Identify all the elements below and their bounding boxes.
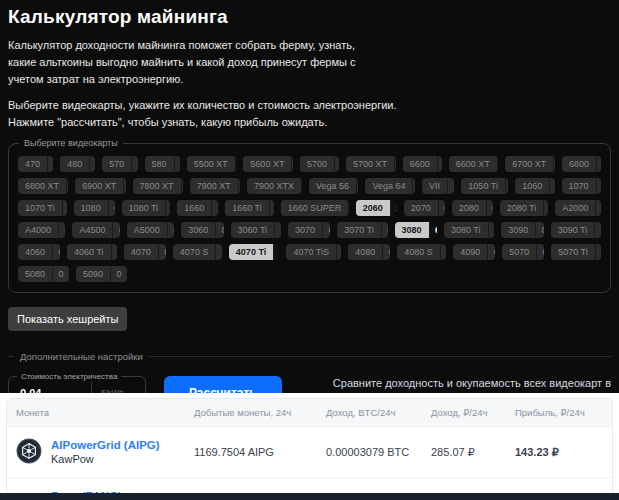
gpu-chip-a2000[interactable]: A20000: [555, 200, 601, 216]
gpu-chip-count[interactable]: 0: [215, 244, 221, 260]
gpu-chip-vega-64[interactable]: Vega 640: [365, 178, 415, 194]
gpu-chip-label[interactable]: 4080: [348, 244, 382, 260]
gpu-chip-label[interactable]: 1050 Ti: [461, 178, 505, 194]
gpu-chip-count[interactable]: 0: [108, 200, 115, 216]
gpu-chip-label[interactable]: 570: [102, 156, 131, 172]
gpu-chip-label[interactable]: 1660: [177, 200, 211, 216]
calculate-button[interactable]: Рассчитать: [164, 376, 282, 393]
gpu-chip-label[interactable]: 1070: [562, 178, 596, 194]
gpu-chip-count[interactable]: 0: [412, 178, 414, 194]
gpu-chip-label[interactable]: 5700: [300, 156, 334, 172]
gpu-chip-count[interactable]: 1: [273, 244, 279, 260]
gpu-chip-label[interactable]: 3060 Ti: [231, 222, 275, 238]
gpu-chip-6800-xt[interactable]: 6800 XT0: [18, 178, 68, 194]
gpu-chip-count[interactable]: 0: [165, 200, 170, 216]
gpu-chip-1060[interactable]: 10600: [515, 178, 554, 194]
gpu-chip-3070[interactable]: 30700: [288, 222, 330, 238]
gpu-chip-label[interactable]: A2000: [555, 200, 595, 216]
gpu-chip-count[interactable]: 0: [594, 222, 601, 238]
gpu-chip-count[interactable]: 0: [336, 244, 341, 260]
gpu-chip-label[interactable]: 4070 TiS: [286, 244, 336, 260]
gpu-chip-7900-xtx[interactable]: 7900 XTX0: [247, 178, 302, 194]
gpu-chip-count[interactable]: 0: [235, 156, 237, 172]
gpu-chip-count[interactable]: 0: [394, 156, 396, 172]
gpu-chip-1660-ti[interactable]: 1660 Ti0: [225, 200, 274, 216]
gpu-chip-count[interactable]: 0: [505, 178, 508, 194]
gpu-chip-label[interactable]: A4500: [72, 222, 112, 238]
gpu-chip-a4000[interactable]: A40000: [18, 222, 65, 238]
gpu-chip-count[interactable]: 0: [596, 156, 601, 172]
gpu-chip-5700-xt[interactable]: 5700 XT0: [346, 156, 396, 172]
gpu-chip-label[interactable]: VII: [422, 178, 447, 194]
gpu-chip-count[interactable]: 0: [549, 178, 554, 194]
gpu-chip-2080[interactable]: 20800: [452, 200, 493, 216]
gpu-chip-a5000[interactable]: A50000: [127, 222, 174, 238]
gpu-chip-count[interactable]: 1: [390, 200, 397, 216]
gpu-chip-count[interactable]: 0: [438, 200, 445, 216]
gpu-chip-label[interactable]: 3060: [181, 222, 215, 238]
gpu-chip-count[interactable]: 0: [89, 156, 95, 172]
gpu-chip-label[interactable]: 3090 Ti: [551, 222, 595, 238]
gpu-chip-4060[interactable]: 40600: [18, 244, 60, 260]
gpu-chip-count[interactable]: 0: [543, 200, 548, 216]
gpu-chip-4070-s[interactable]: 4070 S0: [173, 244, 222, 260]
gpu-chip-count[interactable]: 0: [269, 200, 274, 216]
gpu-chip-label[interactable]: 580: [145, 156, 174, 172]
gpu-chip-label[interactable]: 6600: [403, 156, 437, 172]
gpu-chip-3070-ti[interactable]: 3070 Ti0: [337, 222, 387, 238]
gpu-chip-label[interactable]: 5070 Ti: [551, 244, 595, 260]
gpu-chip-3080-ti[interactable]: 3080 Ti0: [444, 222, 494, 238]
gpu-chip-5070-ti[interactable]: 5070 Ti0: [551, 244, 601, 260]
gpu-chip-count[interactable]: 0: [110, 266, 127, 282]
gpu-chip-4090[interactable]: 40900: [453, 244, 495, 260]
gpu-chip-label[interactable]: 2060: [356, 200, 390, 216]
gpu-chip-480[interactable]: 4800: [60, 156, 95, 172]
gpu-chip-count[interactable]: 0: [52, 266, 69, 282]
gpu-chip-label[interactable]: 3090: [501, 222, 535, 238]
gpu-chip-7800-xt[interactable]: 7800 XT0: [133, 178, 183, 194]
gpu-chip-1080[interactable]: 10800: [74, 200, 115, 216]
gpu-chip-count[interactable]: 0: [553, 156, 555, 172]
gpu-chip-label[interactable]: 4070 Ti: [229, 244, 273, 260]
gpu-chip-label[interactable]: 1660 SUPER: [281, 200, 349, 216]
gpu-chip-count[interactable]: 6: [429, 222, 437, 238]
gpu-chip-3090[interactable]: 30900: [501, 222, 543, 238]
gpu-chip-1660-super[interactable]: 1660 SUPER0: [281, 200, 349, 216]
gpu-chip-count[interactable]: 0: [211, 200, 218, 216]
gpu-chip-1050-ti[interactable]: 1050 Ti0: [461, 178, 508, 194]
gpu-chip-5600-xt[interactable]: 5600 XT0: [243, 156, 293, 172]
gpu-chip-label[interactable]: A5000: [127, 222, 167, 238]
gpu-chip-count[interactable]: 0: [52, 244, 60, 260]
gpu-chip-label[interactable]: 6700 XT: [505, 156, 553, 172]
gpu-chip-label[interactable]: 5500 XT: [187, 156, 235, 172]
gpu-chip-a4500[interactable]: A45000: [72, 222, 119, 238]
gpu-chip-count[interactable]: 0: [112, 222, 119, 238]
gpu-chip-count[interactable]: 0: [47, 156, 53, 172]
gpu-chip-count[interactable]: 0: [536, 244, 544, 260]
gpu-chip-label[interactable]: 4080 S: [397, 244, 440, 260]
gpu-chip-count[interactable]: 0: [58, 222, 65, 238]
gpu-chip-2060[interactable]: 20601: [356, 200, 397, 216]
gpu-chip-label[interactable]: 7900 XTX: [247, 178, 301, 194]
coin-link[interactable]: AIPowerGrid (AIPG): [51, 439, 160, 451]
gpu-chip-count[interactable]: 0: [595, 244, 601, 260]
gpu-chip-label[interactable]: 4070 S: [173, 244, 216, 260]
gpu-chip-3060[interactable]: 30600: [181, 222, 223, 238]
gpu-chip-label[interactable]: 1060: [515, 178, 549, 194]
gpu-chip-count[interactable]: 0: [486, 200, 493, 216]
gpu-chip-580[interactable]: 5800: [145, 156, 180, 172]
gpu-chip-label[interactable]: 7800 XT: [133, 178, 181, 194]
gpu-chip-count[interactable]: 0: [131, 156, 137, 172]
gpu-chip-label[interactable]: Vega 64: [365, 178, 412, 194]
gpu-chip-6800[interactable]: 68000: [562, 156, 601, 172]
gpu-chip-label[interactable]: 5090: [76, 266, 110, 282]
gpu-chip-count[interactable]: 0: [66, 178, 68, 194]
gpu-chip-5700[interactable]: 57000: [300, 156, 339, 172]
gpu-chip-label[interactable]: 4060: [18, 244, 52, 260]
gpu-chip-1070[interactable]: 10700: [562, 178, 601, 194]
gpu-chip-4080-s[interactable]: 4080 S0: [397, 244, 446, 260]
gpu-chip-vega-56[interactable]: Vega 560: [309, 178, 359, 194]
gpu-chip-label[interactable]: 4060 Ti: [67, 244, 111, 260]
gpu-chip-count[interactable]: 0: [238, 178, 240, 194]
gpu-chip-label[interactable]: 6800: [562, 156, 596, 172]
